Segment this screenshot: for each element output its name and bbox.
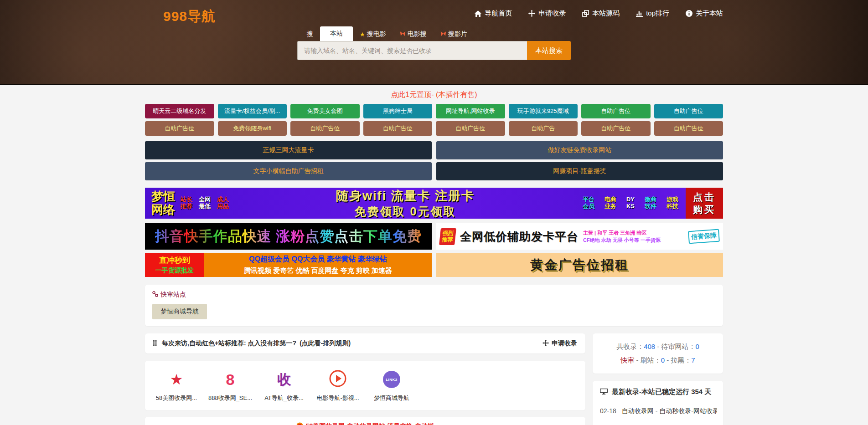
nav-home[interactable]: 导航首页 — [475, 9, 512, 18]
banner-headline: 免费领取 0元领取 — [230, 204, 581, 219]
stats-line-1: 共收录：408 - 待审网站：0 — [597, 340, 718, 353]
pinwheel-icon — [440, 31, 446, 37]
stat-total: 408 — [644, 343, 655, 350]
banner-tag: 电商业务 — [603, 196, 618, 210]
bar-chart-icon — [636, 10, 643, 17]
ad-button[interactable]: 网址导航,网站收录 — [436, 104, 505, 118]
banner-text: 腾讯视频 爱奇艺 优酷 百度网盘 夸克 剪映 加速器 — [244, 265, 392, 276]
nav-apply[interactable]: 申请收录 — [528, 9, 566, 18]
latest-included-card: 最新收录-本站已稳定运行 354 天 02-18 自动收录网 - 自动秒收录-网… — [593, 381, 723, 425]
banner-subtext: CF绝地 永劫 无畏 小号等 一手货源 — [583, 236, 661, 244]
move-icon — [542, 340, 549, 348]
ad-button[interactable]: 黑狗绅士局 — [363, 104, 433, 118]
stat-brush: 0 — [661, 356, 665, 364]
banner-tag: 平台会员 — [581, 196, 596, 210]
stats-card: 共收录：408 - 待审网站：0 快审 - 刷站：0 - 拉黑：7 — [593, 333, 723, 374]
latest-item[interactable]: 02-18 自动收录网 - 自动秒收录-网站收录... — [599, 402, 717, 421]
quick-review-site[interactable]: 梦恒商城导航 — [152, 304, 207, 319]
banner-row-3: 直冲秒到 一手货源批发 QQ超级会员 QQ大会员 豪华黄钻 豪华绿钻 腾讯视频 … — [145, 253, 723, 277]
banner-title: 全网低价辅助发卡平台 — [460, 229, 579, 244]
nav-label: 本站源码 — [592, 9, 620, 18]
banner-gold-ad[interactable]: 黄金广告位招租 — [436, 253, 723, 277]
ad-button[interactable]: 晴天云二级域名分发 — [145, 104, 214, 118]
ad-button[interactable]: 自助广告位 — [581, 104, 651, 118]
search-button[interactable]: 本站搜索 — [527, 41, 571, 60]
tab-search-film[interactable]: 搜影片 — [434, 27, 474, 41]
home-icon — [475, 10, 481, 17]
latest-title: 最新收录-本站已稳定运行 354 天 — [612, 388, 711, 396]
main-column: 每次来访,自动红色+站标推荐: 点入没有排第一? (点此看-排列规则) 申请收录… — [145, 333, 585, 425]
apply-include-link[interactable]: 申请收录 — [542, 339, 577, 348]
banner-tag: DY KS — [625, 196, 636, 210]
nav-top-rank[interactable]: top排行 — [636, 9, 669, 18]
latest-date: 02-18 — [600, 407, 616, 415]
notice-rules-link[interactable]: (点此看-排列规则) — [300, 339, 351, 348]
marquee-link[interactable]: 58美图收录网-自动收录网站-流量交换-自动链 — [296, 422, 434, 425]
search-input[interactable] — [297, 41, 527, 60]
site-label: 58美图收录网... — [156, 394, 197, 402]
nav-about[interactable]: 关于本站 — [686, 9, 723, 18]
banner-faka-ad[interactable]: 强烈 推荐 全网低价辅助发卡平台 主营 | 和平 王者 三角洲 暗区 CF绝地 … — [436, 223, 723, 250]
ad-button[interactable]: 免费领随身wifi — [218, 121, 287, 136]
tab-this-site[interactable]: 本站 — [320, 26, 353, 41]
nav-label: 导航首页 — [485, 9, 512, 18]
site-header: 998导航 导航首页 申请收录 本站源码 top排行 关于本站 搜 本站 ★ — [0, 0, 868, 85]
site-item[interactable]: 电影导航-影视... — [311, 370, 365, 402]
ad-button[interactable]: 流量卡/权益会员/副... — [218, 104, 287, 118]
banner-cta: 点击 购买 — [686, 188, 723, 219]
wide-banner[interactable]: 文字小横幅自助广告招租 — [145, 162, 432, 180]
pin-top-link[interactable]: 点此1元置顶- (本插件有售) — [145, 85, 723, 104]
ad-button[interactable]: 免费美女套图 — [290, 104, 360, 118]
banner-subtext: 主营 | 和平 王者 三角洲 暗区 — [583, 229, 661, 237]
quick-review-link[interactable]: 快审 — [620, 356, 634, 364]
ad-grid-row1: 晴天云二级域名分发 流量卡/权益会员/副... 免费美女套图 黑狗绅士局 网址导… — [145, 104, 723, 118]
notice-card: 每次来访,自动红色+站标推荐: 点入没有排第一? (点此看-排列规则) 申请收录 — [145, 333, 585, 353]
tab-search[interactable]: 搜 — [300, 27, 320, 41]
site-item[interactable]: 收 AT导航_收录... — [257, 370, 311, 402]
search-tabs: 搜 本站 ★ 搜电影 电影搜 搜影片 — [297, 26, 571, 41]
ad-button[interactable]: 自助广告位 — [145, 121, 214, 136]
pinwheel-icon — [400, 31, 406, 37]
ad-button[interactable]: 玩手游就来925魔域 — [509, 104, 578, 118]
featured-sites-card: ★ 58美图收录网... 8 888收录网_SE... 收 AT导航_收录...… — [145, 361, 585, 410]
nav-label: top排行 — [646, 9, 669, 18]
wide-banner[interactable]: 做好友链免费收录网站 — [436, 141, 723, 159]
site-item[interactable]: ★ 58美图收录网... — [150, 370, 203, 402]
site-item[interactable]: LINK2 梦恒商城导航 — [365, 370, 418, 402]
nav-label: 关于本站 — [696, 9, 723, 18]
ad-button[interactable]: 自助广告位 — [363, 121, 433, 136]
move-icon — [528, 10, 535, 17]
banner-qq-ad[interactable]: 直冲秒到 一手货源批发 QQ超级会员 QQ大会员 豪华黄钻 豪华绿钻 腾讯视频 … — [145, 253, 432, 277]
tab-search-movie[interactable]: ★ 搜电影 — [353, 27, 393, 41]
ad-button[interactable]: 自助广告位 — [290, 121, 360, 136]
ad-button[interactable]: 自助广告 — [509, 121, 578, 136]
banner-tag: 站长推荐 — [180, 196, 193, 210]
search-area: 搜 本站 ★ 搜电影 电影搜 搜影片 本站搜索 — [297, 26, 571, 60]
banner-douyin-ad[interactable]: 抖音快手作品快速 涨粉点赞点击下单免费 — [145, 223, 432, 250]
site-logo: 998导航 — [163, 7, 216, 26]
nav-label: 申请收录 — [538, 9, 566, 18]
wide-banner[interactable]: 网赚项目-瓶盖摇奖 — [436, 162, 723, 180]
banner-text: QQ超级会员 QQ大会员 豪华黄钻 豪华绿钻 — [249, 254, 387, 265]
latest-item[interactable]: 02-06 韩剧盘_影视资源网_最新免费电影... — [599, 421, 717, 425]
play-circle-icon — [329, 370, 346, 389]
banner-wifi-ad[interactable]: 梦恒 网络 站长推荐 全网最低 成人用品 随身wifi 流量卡 注册卡 免费领取… — [145, 188, 723, 219]
ad-button[interactable]: 自助广告位 — [436, 121, 505, 136]
nav-source[interactable]: 本站源码 — [582, 9, 620, 18]
hot-icon — [296, 422, 303, 425]
sidebar: 共收录：408 - 待审网站：0 快审 - 刷站：0 - 拉黑：7 最新收录-本… — [593, 333, 723, 425]
ad-button[interactable]: 自助广告位 — [654, 104, 723, 118]
site-item[interactable]: 8 888收录网_SE... — [203, 370, 257, 402]
tab-movie-search[interactable]: 电影搜 — [393, 27, 434, 41]
888-logo-icon: 8 — [226, 372, 235, 387]
ad-button[interactable]: 自助广告位 — [654, 121, 723, 136]
quick-review-card: 快审站点 梦恒商城导航 — [145, 285, 723, 326]
wide-banner[interactable]: 正规三网大流量卡 — [145, 141, 432, 159]
stat-blocked: 7 — [691, 356, 695, 364]
site-label: AT导航_收录... — [264, 394, 304, 402]
ad-button[interactable]: 自助广告位 — [581, 121, 651, 136]
red-star-icon: ★ — [170, 372, 183, 387]
banner-seal: 信誉保障 — [688, 229, 720, 244]
copy-icon — [582, 10, 589, 17]
banner-tag: 成人用品 — [216, 196, 230, 210]
